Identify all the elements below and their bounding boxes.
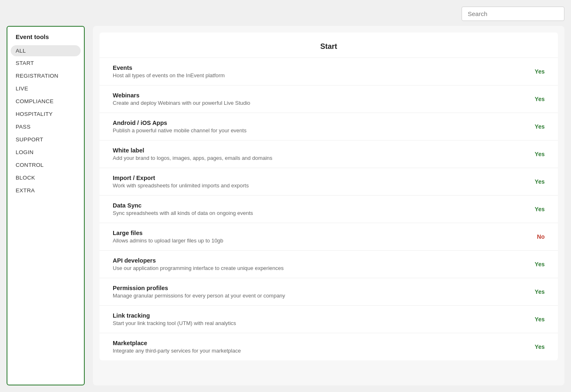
sidebar-item-login[interactable]: LOGIN: [7, 146, 84, 158]
feature-name: Import / Export: [113, 175, 249, 181]
sidebar-item-live[interactable]: LIVE: [7, 83, 84, 95]
feature-description: Sync spreadsheets with all kinds of data…: [113, 210, 253, 216]
feature-description: Integrate any third-party services for y…: [113, 348, 241, 354]
feature-row: Large filesAllows admins to upload large…: [100, 223, 558, 251]
feature-name: Webinars: [113, 92, 250, 99]
feature-row: White labelAdd your brand to logos, imag…: [100, 141, 558, 168]
feature-description: Host all types of events on the InEvent …: [113, 72, 225, 78]
feature-name: Events: [113, 65, 225, 71]
feature-row: WebinarsCreate and deploy Webinars with …: [100, 85, 558, 113]
feature-name: Android / iOS Apps: [113, 120, 246, 126]
feature-name: Link tracking: [113, 312, 236, 319]
feature-description: Create and deploy Webinars with our powe…: [113, 100, 250, 106]
feature-status: Yes: [528, 178, 545, 185]
feature-list: EventsHost all types of events on the In…: [100, 58, 558, 360]
feature-info: Permission profilesManage granular permi…: [113, 285, 285, 299]
feature-row: MarketplaceIntegrate any third-party ser…: [100, 333, 558, 360]
feature-info: Android / iOS AppsPublish a powerful nat…: [113, 120, 246, 134]
feature-status: Yes: [528, 96, 545, 102]
app-container: Event tools ALLSTARTREGISTRATIONLIVECOMP…: [0, 0, 571, 392]
feature-name: API developers: [113, 257, 284, 264]
feature-info: MarketplaceIntegrate any third-party ser…: [113, 340, 241, 354]
feature-description: Use our application programming interfac…: [113, 265, 284, 271]
content-area: Start EventsHost all types of events on …: [93, 26, 564, 385]
feature-row: Android / iOS AppsPublish a powerful nat…: [100, 113, 558, 141]
feature-status: Yes: [528, 316, 545, 323]
feature-description: Manage granular permissions for every pe…: [113, 293, 285, 299]
feature-row: Link trackingStart your link tracking to…: [100, 306, 558, 333]
main-layout: Event tools ALLSTARTREGISTRATIONLIVECOMP…: [7, 26, 564, 385]
feature-row: Import / ExportWork with spreadsheets fo…: [100, 168, 558, 196]
feature-row: Data SyncSync spreadsheets with all kind…: [100, 196, 558, 223]
sidebar-item-control[interactable]: CONTROL: [7, 159, 84, 171]
feature-info: API developersUse our application progra…: [113, 257, 284, 271]
sidebar-item-start[interactable]: START: [7, 57, 84, 69]
top-bar: [7, 7, 564, 21]
feature-row: API developersUse our application progra…: [100, 251, 558, 278]
feature-info: Data SyncSync spreadsheets with all kind…: [113, 202, 253, 216]
sidebar-nav: ALLSTARTREGISTRATIONLIVECOMPLIANCEHOSPIT…: [7, 45, 84, 196]
feature-name: Marketplace: [113, 340, 241, 346]
feature-description: Start your link tracking tool (UTM) with…: [113, 320, 236, 326]
feature-description: Allows admins to upload larger files up …: [113, 238, 223, 244]
sidebar-item-support[interactable]: SUPPORT: [7, 134, 84, 145]
sidebar-item-pass[interactable]: PASS: [7, 121, 84, 133]
sidebar-item-block[interactable]: BLOCK: [7, 172, 84, 184]
feature-status: Yes: [528, 123, 545, 130]
feature-info: Import / ExportWork with spreadsheets fo…: [113, 175, 249, 189]
feature-status: Yes: [528, 288, 545, 295]
feature-status: No: [528, 233, 545, 240]
feature-status: Yes: [528, 261, 545, 267]
feature-status: Yes: [528, 151, 545, 157]
feature-row: Permission profilesManage granular permi…: [100, 278, 558, 306]
sidebar-item-registration[interactable]: REGISTRATION: [7, 70, 84, 82]
sidebar-title: Event tools: [7, 33, 84, 45]
sidebar-item-compliance[interactable]: COMPLIANCE: [7, 95, 84, 107]
feature-section: Start EventsHost all types of events on …: [100, 32, 558, 360]
search-input[interactable]: [462, 7, 564, 21]
content-panel: Start EventsHost all types of events on …: [93, 26, 564, 385]
feature-name: Permission profiles: [113, 285, 285, 291]
feature-status: Yes: [528, 206, 545, 212]
feature-status: Yes: [528, 344, 545, 350]
feature-status: Yes: [528, 68, 545, 75]
feature-info: WebinarsCreate and deploy Webinars with …: [113, 92, 250, 106]
sidebar-item-hospitality[interactable]: HOSPITALITY: [7, 108, 84, 120]
feature-description: Work with spreadsheets for unlimited imp…: [113, 182, 249, 189]
feature-name: Data Sync: [113, 202, 253, 209]
sidebar: Event tools ALLSTARTREGISTRATIONLIVECOMP…: [7, 26, 85, 385]
section-title: Start: [100, 32, 558, 58]
feature-name: White label: [113, 147, 272, 154]
feature-info: EventsHost all types of events on the In…: [113, 65, 225, 78]
feature-info: White labelAdd your brand to logos, imag…: [113, 147, 272, 161]
feature-description: Add your brand to logos, images, apps, p…: [113, 155, 272, 161]
feature-row: EventsHost all types of events on the In…: [100, 58, 558, 85]
feature-info: Large filesAllows admins to upload large…: [113, 230, 223, 244]
feature-name: Large files: [113, 230, 223, 236]
feature-description: Publish a powerful native mobile channel…: [113, 127, 246, 134]
feature-info: Link trackingStart your link tracking to…: [113, 312, 236, 326]
sidebar-item-all[interactable]: ALL: [11, 45, 81, 56]
sidebar-item-extra[interactable]: EXTRA: [7, 184, 84, 196]
